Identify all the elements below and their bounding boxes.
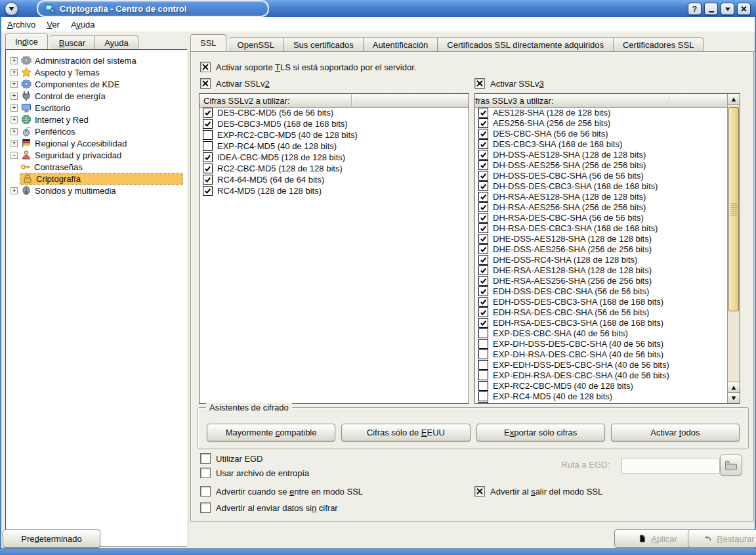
cipher-row[interactable]: AES256-SHA (256 de 256 bits) [475, 118, 728, 128]
cipher-row[interactable]: EXP-DES-CBC-SHA (40 de 56 bits) [475, 328, 728, 338]
cipher-checkbox[interactable] [478, 307, 488, 317]
tab-sus-certificados[interactable]: Sus certificados [284, 37, 364, 51]
default-button[interactable]: Predeterminado [3, 529, 100, 548]
tree-item-seguridad-y-privacidad[interactable]: -Seguridad y privacidad [6, 149, 188, 161]
use-entropy-checkbox[interactable] [200, 468, 211, 478]
cipher-checkbox[interactable] [203, 152, 213, 162]
cipher-row[interactable]: EXP-RC2-CBC-MD5 (40 de 128 bits) [200, 129, 469, 141]
maximize-button[interactable] [721, 3, 734, 15]
cipher-row[interactable]: DES-CBC3-SHA (168 de 168 bits) [475, 139, 728, 149]
cipher-checkbox[interactable] [478, 150, 488, 160]
exportar-solo-cifras-button[interactable]: Exportar sólo cifras [476, 424, 605, 441]
cipher-row[interactable]: DH-RSA-AES128-SHA (128 de 128 bits) [475, 191, 728, 202]
cipher-checkbox[interactable] [203, 164, 213, 173]
tab-autentificacion[interactable]: Autentificación [364, 37, 438, 51]
cipher-row[interactable]: DES-CBC-SHA (56 de 56 bits) [475, 128, 728, 139]
cipher-checkbox[interactable] [203, 130, 213, 140]
scroll-down-button[interactable] [728, 392, 740, 403]
cipher-row[interactable]: EDH-RSA-DES-CBC-SHA (56 de 56 bits) [475, 307, 728, 317]
sslv3-enable-checkbox[interactable] [474, 78, 485, 89]
cipher-checkbox[interactable] [478, 234, 488, 244]
expand-icon[interactable]: + [10, 93, 18, 100]
expand-icon[interactable]: + [10, 57, 18, 64]
cipher-checkbox[interactable] [478, 349, 488, 359]
tree-item-componentes-de-kde[interactable]: +Componentes de KDE [6, 78, 188, 90]
cipher-checkbox[interactable] [203, 141, 213, 151]
use-egd-checkbox[interactable] [200, 453, 211, 464]
cipher-checkbox[interactable] [478, 402, 488, 404]
cipher-checkbox[interactable] [478, 192, 488, 202]
cipher-checkbox[interactable] [478, 213, 488, 223]
tab-certificados-ssl-directamente-adquiridos[interactable]: Certificados SSL directamente adquiridos [438, 37, 614, 51]
cipher-row[interactable]: EXP-DH-RSA-DES-CBC-SHA (40 de 56 bits) [475, 349, 728, 359]
cipher-row[interactable]: DH-DSS-DES-CBC3-SHA (168 de 168 bits) [475, 181, 728, 191]
cipher-checkbox[interactable] [478, 370, 488, 380]
menu-ayuda[interactable]: Ayuda [71, 20, 95, 30]
cipher-checkbox[interactable] [478, 118, 488, 128]
cipher-row[interactable]: EDH-RSA-DES-CBC3-SHA (168 de 168 bits) [475, 317, 728, 328]
cipher-row[interactable]: DHE-DSS-RC4-SHA (128 de 128 bits) [475, 254, 728, 265]
panel-splitter[interactable] [187, 49, 190, 546]
cipher-checkbox[interactable] [203, 186, 213, 196]
tab-certificadores-ssl[interactable]: Certificadores SSL [614, 37, 704, 51]
minimize-button[interactable] [704, 3, 718, 15]
cipher-checkbox[interactable] [478, 360, 488, 370]
expand-icon[interactable]: + [10, 116, 18, 123]
cipher-checkbox[interactable] [478, 244, 488, 254]
expand-icon[interactable]: + [10, 140, 18, 147]
cipher-checkbox[interactable] [478, 160, 488, 170]
cipher-checkbox[interactable] [478, 318, 488, 328]
tree-item-internet-y-red[interactable]: +Internet y Red [6, 114, 188, 125]
tab-openssl[interactable]: OpenSSL [228, 37, 284, 51]
cipher-row[interactable]: EXP-RC4-MD5 (40 de 128 bits) [475, 391, 728, 401]
cipher-checkbox[interactable] [478, 108, 488, 118]
tls-checkbox[interactable] [200, 62, 211, 72]
cipher-checkbox[interactable] [478, 171, 488, 181]
cipher-row[interactable]: AES128-SHA (128 de 128 bits) [475, 107, 728, 118]
help-button[interactable]: ? [688, 3, 702, 15]
cipher-row[interactable]: RC4-64-MD5 (64 de 64 bits) [200, 174, 469, 185]
close-button[interactable] [737, 3, 751, 15]
tree-item-criptografia[interactable]: Criptografía [6, 173, 188, 185]
scroll-up-button[interactable] [728, 94, 740, 105]
sslv3-scrollbar[interactable] [727, 94, 740, 403]
tree-item-administracion-del-sistema[interactable]: +Administración del sistema [6, 55, 188, 66]
activar-todos-button[interactable]: Activar todos [611, 424, 740, 441]
warn-unencrypted-checkbox[interactable] [200, 502, 211, 513]
scrollbar-thumb[interactable] [728, 107, 739, 311]
cipher-row[interactable]: DH-RSA-DES-CBC-SHA (56 de 56 bits) [475, 212, 728, 223]
cipher-row[interactable]: DH-RSA-DES-CBC3-SHA (168 de 168 bits) [475, 223, 728, 233]
sidebar-tab-ayuda[interactable]: Ayuda [95, 35, 138, 49]
cipher-row[interactable]: EXP-EDH-DSS-DES-CBC-SHA (40 de 56 bits) [475, 359, 728, 370]
cipher-row[interactable] [475, 401, 728, 403]
cipher-row[interactable]: DH-DSS-AES128-SHA (128 de 128 bits) [475, 149, 728, 160]
tree-item-contrasenas[interactable]: Contraseñas [6, 161, 188, 173]
cipher-row[interactable]: RC4-MD5 (128 de 128 bits) [200, 185, 469, 196]
cipher-checkbox[interactable] [203, 108, 213, 118]
cipher-row[interactable]: EDH-DSS-DES-CBC3-SHA (168 de 168 bits) [475, 296, 728, 307]
cipher-checkbox[interactable] [478, 181, 488, 191]
column-divider[interactable] [669, 95, 669, 106]
menu-archivo[interactable]: Archivo [7, 20, 35, 30]
cipher-row[interactable]: EXP-DH-DSS-DES-CBC-SHA (40 de 56 bits) [475, 338, 728, 349]
cipher-row[interactable]: EXP-EDH-RSA-DES-CBC-SHA (40 de 56 bits) [475, 370, 728, 380]
mayormente-compatible-button[interactable]: Mayormente compatible [207, 424, 335, 441]
cipher-row[interactable]: DH-DSS-AES256-SHA (256 de 256 bits) [475, 160, 728, 170]
sslv3-list-header[interactable]: Cifras SSLv3 a utilizar: [474, 94, 728, 108]
cipher-row[interactable]: DH-DSS-DES-CBC-SHA (56 de 56 bits) [475, 170, 728, 181]
cipher-row[interactable]: DHE-DSS-AES256-SHA (256 de 256 bits) [475, 244, 728, 254]
column-divider[interactable] [351, 95, 352, 106]
tree-item-sonidos-y-multimedia[interactable]: +Sonidos y multimedia [6, 185, 188, 196]
cipher-checkbox[interactable] [478, 276, 488, 286]
cipher-checkbox[interactable] [478, 381, 488, 391]
warn-leave-checkbox[interactable] [474, 486, 485, 497]
cipher-row[interactable]: DHE-DSS-AES128-SHA (128 de 128 bits) [475, 233, 728, 244]
collapse-icon[interactable]: - [10, 152, 18, 159]
cipher-row[interactable]: EDH-DSS-DES-CBC-SHA (56 de 56 bits) [475, 286, 728, 296]
cipher-checkbox[interactable] [478, 328, 488, 338]
cipher-row[interactable]: DHE-RSA-AES256-SHA (256 de 256 bits) [475, 275, 728, 286]
sidebar-tab-buscar[interactable]: Buscar [50, 35, 95, 49]
cipher-checkbox[interactable] [478, 223, 488, 233]
cifras-solo-de-eeuu-button[interactable]: Cifras sólo de EEUU [341, 424, 470, 441]
cipher-checkbox[interactable] [478, 139, 488, 149]
